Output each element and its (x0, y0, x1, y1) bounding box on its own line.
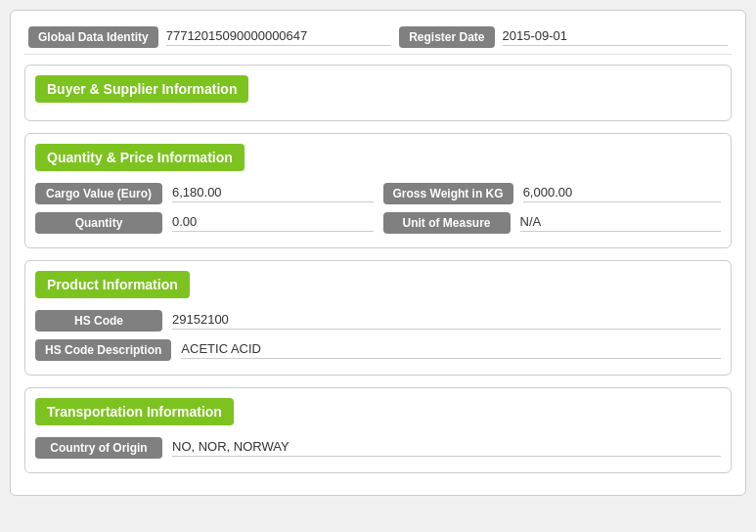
quantity-col: Quantity 0.00 (35, 212, 374, 234)
product-info-header: Product Information (35, 271, 190, 298)
quantity-value: 0.00 (172, 214, 374, 232)
register-date-value: 2015-09-01 (503, 28, 728, 46)
unit-of-measure-label: Unit of Measure (383, 212, 511, 234)
country-of-origin-row: Country of Origin NO, NOR, NORWAY (25, 433, 731, 463)
hs-code-label: HS Code (35, 310, 162, 332)
quantity-price-header: Quantity & Price Information (35, 144, 245, 171)
page-container: Global Data Identity 7771201509000000064… (10, 10, 746, 496)
cargo-value-col: Cargo Value (Euro) 6,180.00 (35, 183, 374, 204)
unit-of-measure-value: N/A (520, 214, 722, 232)
hs-code-value: 29152100 (172, 312, 721, 330)
top-row: Global Data Identity 7771201509000000064… (24, 21, 732, 55)
register-date-label: Register Date (399, 26, 494, 48)
hs-code-desc-label: HS Code Description (35, 339, 171, 361)
transportation-section: Transportation Information Country of Or… (24, 387, 732, 473)
quantity-uom-row: Quantity 0.00 Unit of Measure N/A (25, 208, 731, 238)
product-info-section: Product Information HS Code 29152100 HS … (24, 260, 732, 376)
country-of-origin-label: Country of Origin (35, 437, 162, 459)
hs-code-row: HS Code 29152100 (25, 306, 731, 335)
cargo-value-label: Cargo Value (Euro) (35, 183, 162, 204)
buyer-supplier-section: Buyer & Supplier Information (24, 65, 732, 121)
quantity-label: Quantity (35, 212, 162, 234)
global-data-identity-label: Global Data Identity (28, 26, 158, 48)
uom-col: Unit of Measure N/A (383, 212, 722, 234)
country-of-origin-value: NO, NOR, NORWAY (172, 439, 721, 457)
gross-weight-value: 6,000.00 (523, 185, 721, 202)
buyer-supplier-header: Buyer & Supplier Information (35, 75, 248, 103)
quantity-price-section: Quantity & Price Information Cargo Value… (24, 133, 732, 248)
hs-code-desc-row: HS Code Description ACETIC ACID (25, 335, 731, 365)
hs-code-desc-value: ACETIC ACID (181, 341, 721, 359)
gross-weight-col: Gross Weight in KG 6,000.00 (383, 183, 722, 204)
transportation-header: Transportation Information (35, 398, 234, 425)
global-data-identity-value: 77712015090000000647 (166, 28, 391, 46)
cargo-gross-row: Cargo Value (Euro) 6,180.00 Gross Weight… (25, 179, 731, 208)
gross-weight-label: Gross Weight in KG (383, 183, 513, 204)
cargo-value-value: 6,180.00 (172, 185, 374, 202)
